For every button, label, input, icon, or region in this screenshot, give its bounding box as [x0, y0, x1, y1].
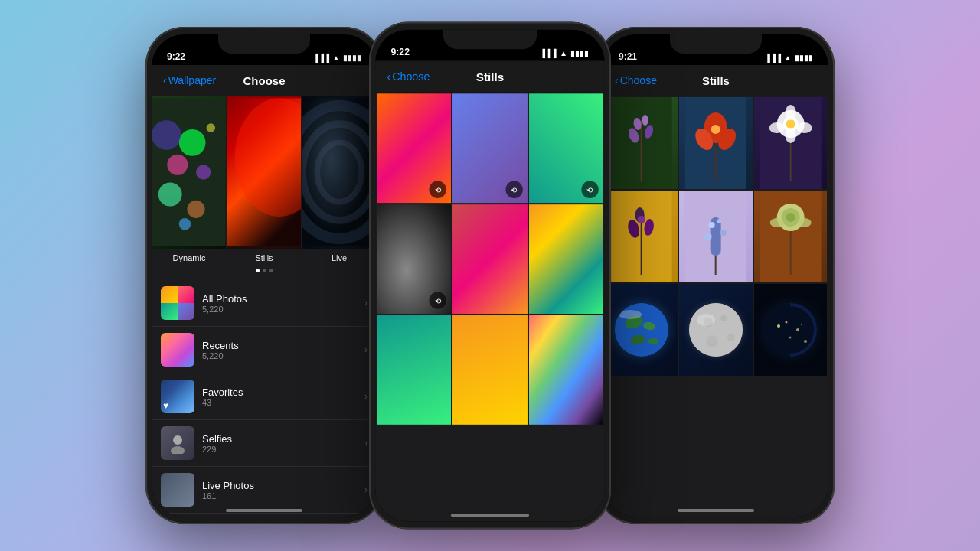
signal-icon: ▐▐▐: [765, 54, 781, 62]
chevron-left-icon: ‹: [163, 74, 167, 86]
svg-point-76: [804, 340, 807, 343]
phone1-time: 9:22: [167, 51, 185, 62]
moon-ball: [689, 303, 743, 357]
svg-point-34: [769, 122, 784, 133]
album-thumb-recents: [161, 333, 194, 367]
phone1-notch: [218, 34, 310, 54]
album-thumb-favorites: ♥: [161, 380, 194, 413]
svg-point-67: [706, 335, 718, 347]
battery-icon: ▮▮▮▮: [795, 54, 813, 62]
svg-point-33: [786, 119, 795, 129]
album-name-favorites: Favorites: [202, 386, 357, 398]
svg-point-49: [709, 222, 715, 228]
live-wallpaper-thumb[interactable]: [302, 96, 377, 249]
album-row-selfies[interactable]: Selfies 229 ›: [152, 420, 377, 467]
signal-icon: ▐▐▐: [313, 54, 329, 62]
stills-wallpaper-thumb[interactable]: [227, 96, 302, 249]
allphotos-q1: [161, 286, 178, 303]
still-item-4[interactable]: ⟲: [377, 204, 451, 314]
stills-color-grid: ⟲ ⟲ ⟲ ⟲: [375, 92, 605, 426]
earth-item[interactable]: [605, 284, 678, 376]
svg-point-22: [642, 115, 648, 126]
dynamic-label: Dynamic: [152, 253, 227, 262]
flower-item-6[interactable]: [754, 191, 827, 282]
phone3-status-icons: ▐▐▐ ▲ ▮▮▮▮: [765, 54, 813, 62]
still-item-3[interactable]: ⟲: [529, 93, 603, 203]
phone1-screen: 9:22 ▐▐▐ ▲ ▮▮▮▮ ‹ Wallpaper Choose: [152, 34, 377, 517]
still-item-8[interactable]: [452, 315, 527, 425]
album-row-favorites[interactable]: ♥ Favorites 43 ›: [152, 373, 377, 420]
still-item-5[interactable]: [452, 204, 527, 314]
svg-point-50: [717, 219, 722, 223]
allphotos-q3: [161, 303, 178, 320]
phone1-status-icons: ▐▐▐ ▲ ▮▮▮▮: [313, 54, 361, 62]
phone3-nav-title: Stills: [702, 74, 730, 87]
phone1-content: Dynamic Stills Live: [152, 96, 377, 517]
svg-point-15: [173, 435, 182, 445]
album-row-allphotos[interactable]: All Photos 5,220 ›: [152, 280, 377, 327]
moon-item[interactable]: [679, 284, 752, 376]
phone1-nav-bar: ‹ Wallpaper Choose: [152, 65, 377, 96]
phone1: 9:22 ▐▐▐ ▲ ▮▮▮▮ ‹ Wallpaper Choose: [145, 27, 383, 524]
still-item-7[interactable]: [377, 315, 451, 425]
phone2-nav-title: Stills: [476, 70, 505, 83]
svg-point-55: [786, 213, 795, 222]
phone2-back-button[interactable]: ‹ Choose: [387, 70, 430, 83]
svg-point-37: [785, 128, 795, 143]
album-row-livephotos[interactable]: Live Photos 161 ›: [152, 467, 377, 514]
dot-1: [256, 269, 260, 272]
still-item-9[interactable]: [529, 315, 603, 425]
svg-point-73: [796, 328, 799, 331]
svg-point-71: [777, 324, 780, 328]
album-row-recents[interactable]: Recents 5,220 ›: [152, 327, 377, 373]
dot-2: [263, 269, 266, 272]
phone3-home-indicator: [678, 509, 754, 512]
svg-point-28: [711, 125, 720, 134]
phone3-back-label: Choose: [620, 74, 657, 86]
album-count-favorites: 43: [202, 398, 357, 407]
battery-icon: ▮▮▮▮: [343, 54, 361, 62]
album-info-allphotos: All Photos 5,220: [202, 293, 357, 314]
phone1-back-button[interactable]: ‹ Wallpaper: [163, 74, 216, 86]
album-count-recents: 5,220: [202, 351, 357, 360]
chevron-selfies: ›: [364, 438, 368, 448]
phone2-notch: [443, 30, 537, 49]
flower-stills-grid: [603, 96, 828, 377]
still-item-6[interactable]: [529, 204, 603, 314]
phone3-screen: 9:21 ▐▐▐ ▲ ▮▮▮▮ ‹ Choose Stills: [603, 34, 828, 517]
svg-point-16: [171, 446, 185, 454]
album-name-livephotos: Live Photos: [202, 480, 357, 491]
still-item-1[interactable]: ⟲: [377, 93, 451, 203]
flower-item-3[interactable]: [754, 97, 827, 189]
allphotos-q4: [178, 303, 194, 320]
flower-item-2[interactable]: [679, 97, 752, 189]
dynamic-wallpaper-thumb[interactable]: [152, 96, 226, 249]
flower-item-5[interactable]: [679, 191, 752, 282]
chevron-allphotos: ›: [364, 298, 368, 308]
album-thumb-allphotos: [161, 286, 194, 320]
svg-point-66: [720, 315, 727, 321]
flower-item-4[interactable]: [605, 191, 678, 282]
svg-point-68: [727, 334, 735, 341]
svg-point-72: [786, 321, 788, 324]
phone3-notch: [670, 34, 762, 54]
svg-point-48: [720, 230, 727, 236]
chevron-left-icon: ‹: [387, 70, 390, 83]
svg-point-3: [196, 165, 211, 179]
phone1-home-indicator: [226, 509, 302, 512]
still-icon-2: ⟲: [505, 181, 522, 198]
svg-point-69: [697, 314, 715, 326]
dot-3: [270, 269, 273, 272]
svg-point-4: [158, 183, 182, 207]
svg-point-8: [152, 120, 181, 150]
flower-item-1[interactable]: [605, 97, 678, 189]
phone3-back-button[interactable]: ‹ Choose: [615, 74, 657, 86]
phone2-nav-bar: ‹ Choose Stills: [375, 61, 605, 93]
dark-earth-item[interactable]: [754, 284, 827, 376]
phone2-back-label: Choose: [392, 70, 430, 83]
still-item-2[interactable]: ⟲: [452, 93, 527, 203]
signal-icon: ▐▐▐: [540, 49, 557, 57]
svg-point-56: [769, 218, 783, 227]
pagination-dots: [152, 267, 377, 274]
phone2-screen: 9:22 ▐▐▐ ▲ ▮▮▮▮ ‹ Choose Stills: [375, 30, 605, 522]
